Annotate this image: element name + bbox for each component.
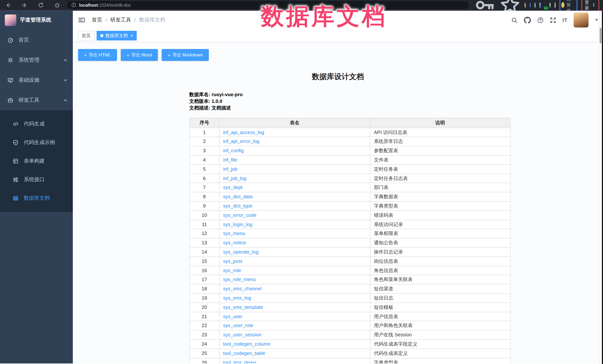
table-name-link[interactable]: sys_sms_template bbox=[223, 304, 263, 310]
close-icon[interactable]: × bbox=[130, 33, 133, 38]
table-name-link[interactable]: sys_login_log bbox=[223, 221, 253, 227]
help-icon[interactable] bbox=[537, 17, 544, 23]
page-scrollbar-thumb[interactable] bbox=[600, 28, 602, 44]
tag-label: 首页 bbox=[82, 33, 91, 39]
sidebar-item-codegen[interactable]: 代码生成 bbox=[0, 115, 73, 133]
switch-on-extension-icon[interactable]: on bbox=[545, 2, 545, 8]
table-name-link[interactable]: sys_role_menu bbox=[223, 277, 256, 282]
table-name-link[interactable]: inf_config bbox=[223, 148, 244, 153]
green-check-extension-icon[interactable] bbox=[535, 2, 535, 8]
table-name-cell: sys_user_session bbox=[219, 330, 370, 340]
app-logo-row[interactable]: 芋道管理系统 bbox=[0, 11, 73, 29]
fullscreen-icon[interactable] bbox=[550, 17, 556, 23]
meta-db-name: 数据库名: ruoyi-vue-pro bbox=[189, 91, 487, 98]
row-index: 6 bbox=[189, 174, 219, 183]
sidebar-item-system[interactable]: 系统管理 bbox=[0, 50, 73, 70]
leaf-extension-icon[interactable] bbox=[549, 2, 550, 8]
sidebar-item-system-api[interactable]: 系统接口 bbox=[0, 170, 73, 189]
home-icon[interactable] bbox=[54, 2, 60, 8]
sidebar-item-home[interactable]: 首页 bbox=[0, 30, 73, 50]
table-name-link[interactable]: inf_job bbox=[223, 166, 237, 172]
table-name-link[interactable]: sys_user_session bbox=[223, 332, 262, 337]
search-icon[interactable] bbox=[511, 17, 518, 23]
reload-icon[interactable] bbox=[38, 2, 44, 8]
meta-doc-desc: 文档描述: 文档描述 bbox=[189, 105, 487, 111]
row-index: 11 bbox=[189, 220, 219, 229]
breadcrumb-item-current: 数据库文档 bbox=[139, 17, 165, 23]
row-index: 15 bbox=[189, 257, 219, 266]
browser-update-button[interactable]: 更新 ⋮ bbox=[581, 0, 599, 12]
table-row: 18sys_sms_channel短信渠道 bbox=[189, 284, 510, 293]
orange-extension-icon[interactable] bbox=[525, 2, 526, 8]
table-row: 24tool_codegen_column代码生成表字段定义 bbox=[189, 340, 510, 349]
table-name-link[interactable]: tool_codegen_table bbox=[223, 350, 265, 356]
table-name-link[interactable]: tool_codegen_column bbox=[223, 341, 270, 347]
row-index: 22 bbox=[189, 321, 219, 331]
browser-toolbar: localhost:1024/tool/db-doc on 已暂停 更新 ⋮ bbox=[0, 0, 603, 11]
sidebar-item-db-doc[interactable]: 数据库文档 bbox=[0, 189, 73, 208]
row-index: 24 bbox=[189, 340, 219, 349]
table-desc-cell: 字典类型表 bbox=[370, 358, 510, 363]
table-name-link[interactable]: sys_menu bbox=[223, 231, 245, 236]
back-icon[interactable] bbox=[5, 2, 11, 8]
table-name-link[interactable]: inf_job_log bbox=[223, 176, 246, 181]
table-name-link[interactable]: sys_sms_log bbox=[223, 295, 251, 301]
table-desc-cell: 操作日志记录 bbox=[370, 247, 510, 257]
dashboard-icon bbox=[7, 37, 13, 43]
breadcrumb-item-home[interactable]: 首页 bbox=[92, 17, 102, 23]
table-name-cell: sys_error_code bbox=[219, 211, 370, 220]
breadcrumb-separator: / bbox=[105, 17, 107, 23]
table-name-link[interactable]: inf_file bbox=[223, 157, 237, 163]
table-name-link[interactable]: sys_dict_data bbox=[223, 194, 253, 199]
sidebar-fold-icon[interactable] bbox=[78, 17, 85, 23]
table-name-cell: sys_dict_type bbox=[219, 201, 370, 211]
table-name-link[interactable]: sys_user bbox=[223, 313, 243, 319]
table-name-link[interactable]: inf_api_error_log bbox=[223, 139, 259, 144]
sidebar-item-codegen-demo[interactable]: 代码生成示例 bbox=[0, 133, 73, 152]
meta-doc-version: 文档版本: 1.0.0 bbox=[189, 98, 487, 105]
table-row: 6inf_job_log定时任务日志表 bbox=[189, 174, 510, 183]
table-name-link[interactable]: inf_api_access_log bbox=[223, 129, 264, 135]
grid-extension-icon[interactable] bbox=[540, 2, 541, 8]
tag-home[interactable]: 首页 bbox=[78, 31, 94, 41]
export-markdown-button[interactable]: +导出 Markdown bbox=[162, 49, 209, 61]
sidebar-item-form-builder[interactable]: 表单构建 bbox=[0, 152, 73, 170]
forward-icon[interactable] bbox=[22, 2, 27, 8]
tag-db-doc[interactable]: 数据库文档 × bbox=[97, 31, 137, 41]
plus-icon: + bbox=[84, 52, 87, 58]
font-size-icon[interactable]: tT bbox=[563, 17, 567, 23]
browser-menu-icon[interactable]: ⋮ bbox=[592, 3, 596, 7]
plus-icon: + bbox=[127, 52, 129, 58]
table-name-link[interactable]: sys_error_code bbox=[223, 212, 256, 218]
table-name-link[interactable]: sys_role bbox=[223, 267, 241, 273]
pin-extension-icon[interactable] bbox=[530, 2, 531, 8]
table-name-link[interactable]: sys_post bbox=[223, 258, 242, 264]
url-text: localhost:1024/tool/db-doc bbox=[79, 3, 131, 7]
navbar-actions: tT bbox=[511, 13, 599, 27]
breadcrumb-item-devtools[interactable]: 研发工具 bbox=[110, 17, 131, 23]
sidebar-item-infra[interactable]: 基础设施 bbox=[0, 70, 73, 90]
table-name-link[interactable]: sys_dept bbox=[223, 185, 243, 190]
column-header-desc: 说明 bbox=[370, 118, 510, 128]
export-word-button[interactable]: +导出 Word bbox=[121, 49, 158, 61]
address-bar[interactable]: localhost:1024/tool/db-doc bbox=[67, 1, 469, 9]
table-name-link[interactable]: sys_dict_type bbox=[223, 203, 253, 209]
row-index: 23 bbox=[189, 330, 219, 340]
table-name-link[interactable]: sys_sms_channel bbox=[223, 286, 262, 291]
table-desc-cell: 部门表 bbox=[370, 183, 510, 192]
caret-down-icon[interactable] bbox=[595, 19, 599, 21]
row-index: 21 bbox=[189, 312, 219, 321]
user-avatar[interactable] bbox=[574, 13, 589, 27]
table-name-link[interactable]: tool_test_demo bbox=[223, 360, 256, 363]
puzzle-extension-icon[interactable] bbox=[555, 2, 556, 8]
table-name-link[interactable]: sys_user_role bbox=[223, 323, 253, 328]
table-name-cell: tool_codegen_column bbox=[219, 340, 370, 349]
github-icon[interactable] bbox=[524, 17, 531, 23]
site-info-icon[interactable] bbox=[71, 3, 76, 7]
table-desc-cell: API 访问日志表 bbox=[370, 128, 510, 137]
table-name-link[interactable]: sys_notice bbox=[223, 240, 246, 245]
table-name-link[interactable]: sys_operate_log bbox=[223, 249, 259, 255]
sidebar-item-devtools[interactable]: 研发工具 bbox=[0, 90, 73, 110]
export-html-button[interactable]: +导出 HTML bbox=[78, 49, 117, 61]
document-title: 数据库设计文档 bbox=[189, 71, 487, 82]
